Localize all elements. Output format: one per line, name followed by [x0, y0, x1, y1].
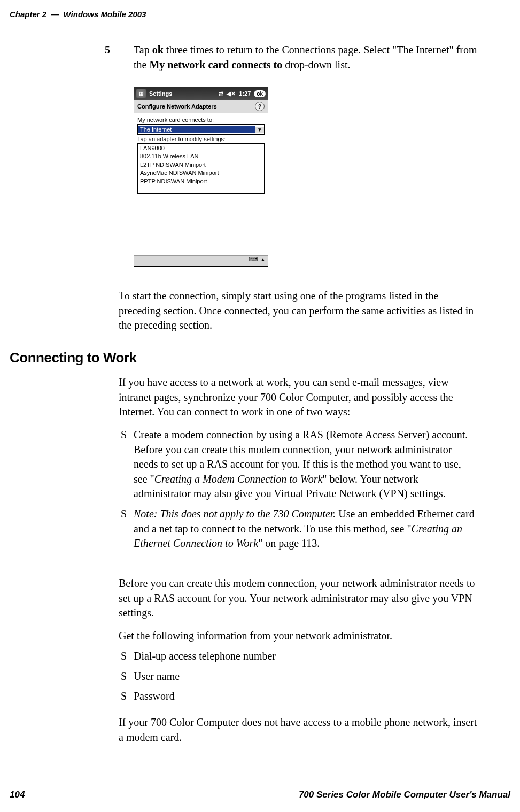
wm-body: My network card connects to: The Interne…	[134, 113, 268, 196]
dropdown-arrow-icon[interactable]: ▼	[255, 127, 264, 133]
step-text-3: drop-down list.	[282, 59, 350, 71]
list-item[interactable]: 802.11b Wireless LAN	[140, 152, 262, 160]
adapter-listbox[interactable]: LAN9000 802.11b Wireless LAN L2TP NDISWA…	[137, 143, 265, 194]
wm-subtitle: Configure Network Adapters	[137, 103, 217, 110]
step-5: 5 Tap ok three times to return to the Co…	[119, 43, 477, 72]
ok-button[interactable]: ok	[254, 90, 266, 97]
step-bold-2: My network card connects to	[149, 59, 282, 71]
list-item[interactable]: PPTP NDISWAN Miniport	[140, 177, 262, 185]
speaker-icon[interactable]: ◀✕	[227, 90, 236, 97]
chapter-title: Windows Mobile 2003	[64, 10, 146, 19]
dropdown-selected: The Internet	[138, 126, 255, 133]
list-item: Password	[119, 689, 477, 704]
step-number: 5	[105, 43, 110, 58]
list-item: Create a modem connection by using a RAS…	[119, 428, 477, 501]
wm-label-1: My network card connects to:	[137, 117, 265, 123]
connectivity-icon[interactable]: ⇄	[219, 90, 223, 97]
start-flag-icon[interactable]: ⊞	[136, 89, 146, 98]
list-item[interactable]: AsyncMac NDISWAN Miniport	[140, 169, 262, 177]
bullet1-ital: Creating a Modem Connection to Work	[154, 473, 323, 485]
help-icon[interactable]: ?	[255, 102, 265, 111]
wm-subheader: Configure Network Adapters ?	[134, 100, 268, 113]
heading-connecting-to-work: Connecting to Work	[10, 350, 137, 366]
info-list: Dial-up access telephone number User nam…	[119, 649, 477, 709]
wm-title: Settings	[149, 90, 172, 97]
menu-arrow-icon[interactable]: ▲	[260, 257, 266, 262]
paragraph-after-screenshot: To start the connection, simply start us…	[119, 289, 477, 333]
paragraph-last: If your 700 Color Computer does not have…	[119, 715, 477, 745]
bullet2-post: " on page 113.	[258, 537, 320, 549]
keyboard-icon[interactable]: ⌨	[249, 256, 258, 263]
step-text-1: Tap	[134, 44, 152, 56]
wm-bottombar: ⌨ ▲	[134, 255, 268, 266]
footer-title: 700 Series Color Mobile Computer User's …	[299, 790, 510, 800]
step-ok-bold: ok	[152, 44, 164, 56]
wm-screenshot: ⊞ Settings ⇄ ◀✕ 1:27 ok Configure Networ…	[134, 87, 268, 267]
list-item: Dial-up access telephone number	[119, 649, 477, 664]
paragraph-before-create: Before you can create this modem connect…	[119, 576, 477, 621]
page: Chapter 2 — Windows Mobile 2003 5 Tap ok…	[0, 0, 520, 812]
chapter-label: Chapter 2	[10, 10, 46, 19]
list-item: User name	[119, 669, 477, 684]
wm-titlebar: ⊞ Settings ⇄ ◀✕ 1:27 ok	[134, 87, 268, 100]
network-dropdown[interactable]: The Internet ▼	[137, 124, 265, 135]
list-item: Note: This does not apply to the 730 Com…	[119, 507, 477, 551]
header-dash: —	[51, 10, 59, 19]
two-ways-list: Create a modem connection by using a RAS…	[119, 428, 477, 556]
running-header: Chapter 2 — Windows Mobile 2003	[10, 10, 146, 19]
paragraph-intro: If you have access to a network at work,…	[119, 375, 477, 420]
list-item[interactable]: L2TP NDISWAN Miniport	[140, 161, 262, 169]
wm-label-2: Tap an adapter to modify settings:	[137, 136, 265, 142]
bullet2-note: Note: This does not apply to the 730 Com…	[134, 508, 336, 520]
wm-time: 1:27	[239, 90, 251, 97]
page-footer: 104 700 Series Color Mobile Computer Use…	[10, 790, 510, 800]
paragraph-get-info: Get the following information from your …	[119, 629, 477, 644]
page-number: 104	[10, 790, 25, 800]
list-item[interactable]: LAN9000	[140, 144, 262, 152]
